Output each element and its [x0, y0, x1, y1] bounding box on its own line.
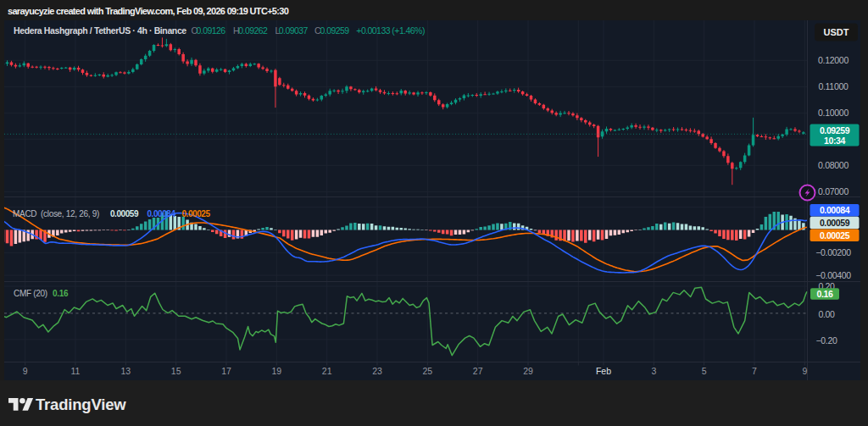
svg-text:MACD: MACD: [13, 209, 36, 219]
svg-text:0.00025: 0.00025: [820, 230, 850, 241]
svg-text:0.00: 0.00: [818, 309, 835, 319]
svg-text:0.00084: 0.00084: [820, 205, 850, 215]
svg-text:0.10000: 0.10000: [818, 108, 849, 118]
svg-text:0.09126: 0.09126: [197, 25, 226, 36]
svg-text:0.07000: 0.07000: [818, 186, 849, 196]
svg-text:17: 17: [221, 366, 231, 376]
svg-text:0.11000: 0.11000: [818, 81, 849, 91]
svg-text:27: 27: [473, 366, 483, 376]
svg-text:Feb: Feb: [596, 366, 611, 376]
svg-text:CMF (20): CMF (20): [14, 289, 47, 298]
svg-text:25: 25: [422, 366, 432, 376]
svg-text:−0.20: −0.20: [815, 335, 837, 346]
svg-text:0.16: 0.16: [817, 289, 833, 299]
svg-text:(close, 12, 26, 9): (close, 12, 26, 9): [41, 209, 99, 219]
svg-text:0.08000: 0.08000: [818, 160, 849, 170]
svg-text:0.09259: 0.09259: [320, 25, 350, 36]
svg-text:21: 21: [322, 366, 332, 376]
svg-text:−0.00400: −0.00400: [815, 270, 851, 280]
svg-text:9: 9: [23, 366, 28, 376]
svg-text:Hedera Hashgraph / TetherUS ·: Hedera Hashgraph / TetherUS · 4h · Binan…: [14, 25, 186, 36]
svg-text:0.16: 0.16: [53, 289, 69, 298]
svg-text:−0.00200: −0.00200: [815, 247, 851, 257]
svg-text:0.12000: 0.12000: [818, 55, 849, 65]
svg-text:29: 29: [523, 366, 533, 376]
svg-text:7: 7: [752, 366, 757, 376]
svg-text:TradingView: TradingView: [36, 396, 126, 413]
svg-text:0.00059: 0.00059: [820, 218, 850, 228]
svg-text:15: 15: [171, 366, 181, 376]
svg-text:0.09259: 0.09259: [820, 125, 850, 136]
svg-text:0.09262: 0.09262: [238, 25, 268, 36]
svg-text:sarayucyzie created with Tradi: sarayucyzie created with TradingView.com…: [8, 6, 289, 16]
svg-text:0.09037: 0.09037: [279, 25, 309, 36]
svg-text:0.00084: 0.00084: [147, 209, 176, 219]
svg-text:5: 5: [702, 366, 707, 376]
svg-text:10:34: 10:34: [824, 136, 845, 146]
svg-text:19: 19: [271, 366, 281, 376]
svg-text:9: 9: [802, 366, 807, 376]
svg-text:11: 11: [71, 366, 81, 376]
svg-text:13: 13: [120, 366, 131, 376]
svg-text:3: 3: [651, 366, 656, 376]
svg-text:23: 23: [372, 366, 382, 376]
svg-text:0.00059: 0.00059: [110, 209, 139, 219]
svg-text:0.00025: 0.00025: [182, 209, 211, 219]
svg-text:+0.00133 (+1.46%): +0.00133 (+1.46%): [356, 25, 425, 36]
svg-text:USDT: USDT: [824, 27, 849, 37]
